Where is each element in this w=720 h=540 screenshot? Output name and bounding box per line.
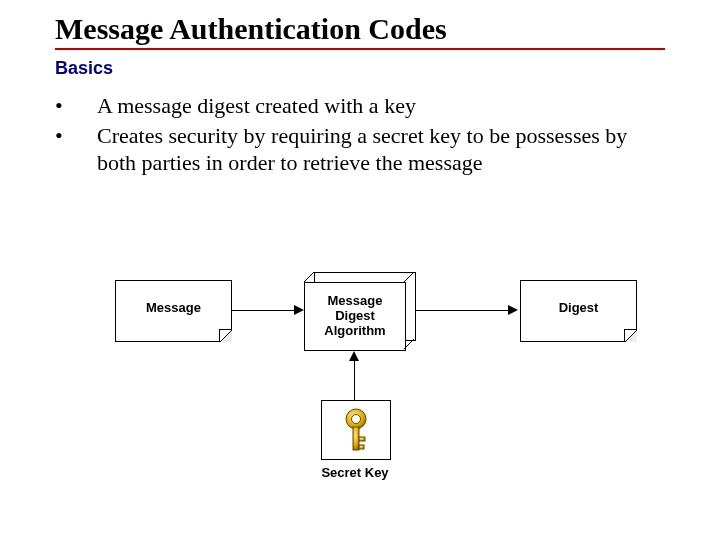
- svg-point-4: [352, 415, 361, 424]
- arrow-right-icon: [508, 305, 518, 315]
- arrow-right-icon: [294, 305, 304, 315]
- digest-box: Digest: [520, 280, 637, 342]
- arrow-up-icon: [349, 351, 359, 361]
- svg-rect-5: [353, 427, 359, 450]
- secret-key-box: [321, 400, 391, 460]
- arrow-line: [415, 310, 510, 311]
- algorithm-box-label: Message Digest Algorithm: [324, 294, 385, 339]
- page-fold-icon: [624, 329, 637, 342]
- mac-diagram: Message Message Digest Algorithm Digest: [0, 0, 720, 540]
- page-fold-icon: [219, 329, 232, 342]
- message-box: Message: [115, 280, 232, 342]
- arrow-line: [231, 310, 296, 311]
- arrow-line: [354, 360, 355, 400]
- svg-rect-7: [359, 445, 364, 449]
- digest-box-label: Digest: [521, 301, 636, 316]
- algorithm-box: Message Digest Algorithm: [304, 282, 406, 351]
- secret-key-label: Secret Key: [315, 465, 395, 480]
- key-icon: [339, 407, 373, 453]
- message-box-label: Message: [116, 301, 231, 316]
- svg-rect-6: [359, 437, 365, 441]
